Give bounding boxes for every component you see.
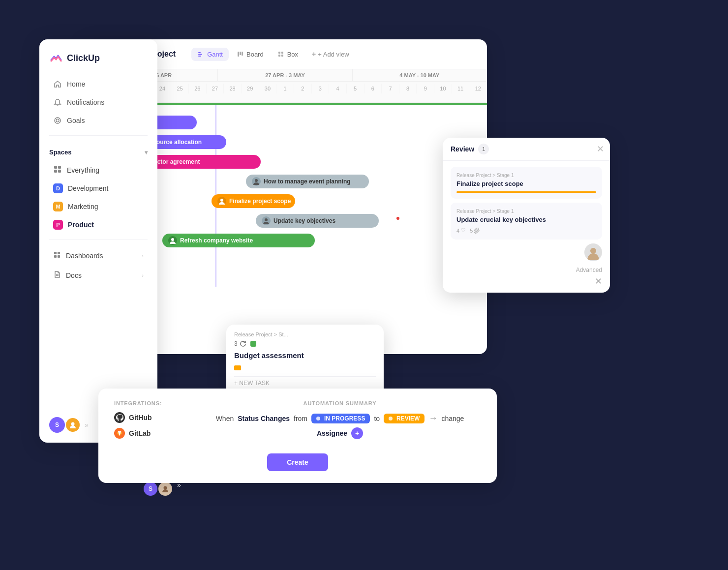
svg-rect-19: [281, 52, 283, 54]
tab-gantt-label: Gantt: [207, 51, 223, 58]
task-1-title: Finalize project scope: [456, 180, 596, 187]
svg-rect-8: [54, 255, 57, 258]
automation-rule: When Status Changes from IN PROGRESS to …: [199, 413, 481, 439]
space-everything[interactable]: Everything: [43, 161, 153, 179]
task-card-1[interactable]: Release Project > Stage 1 Finalize proje…: [451, 167, 602, 199]
gitlab-item[interactable]: GitLab: [114, 428, 183, 439]
rule-when: When: [216, 415, 234, 422]
review-label: REVIEW: [396, 415, 420, 422]
svg-point-25: [255, 179, 258, 182]
goals-label: Goals: [67, 117, 85, 124]
day-4: 4: [329, 84, 347, 93]
tab-gantt[interactable]: Gantt: [191, 48, 229, 61]
sidebar-item-home[interactable]: Home: [43, 75, 153, 93]
sidebar-item-notifications[interactable]: Notifications: [43, 93, 153, 111]
chevron-down-icon: ▾: [145, 149, 148, 156]
svg-rect-3: [58, 166, 61, 169]
automation-top: INTEGRATIONS: GitHub: [114, 400, 481, 444]
sidebar-item-docs[interactable]: Docs ›: [43, 266, 153, 285]
home-icon: [53, 80, 62, 89]
product-label: Product: [68, 221, 94, 229]
board-icon: [237, 51, 243, 58]
sidebar-item-dashboards[interactable]: Dashboards ›: [43, 246, 153, 265]
btc-title: Budget assessment: [234, 351, 376, 360]
sidebar-item-goals[interactable]: Goals: [43, 112, 153, 129]
svg-point-1: [56, 119, 59, 122]
rule-from: from: [294, 415, 307, 422]
day-12: 12: [469, 84, 487, 93]
box-icon: [277, 51, 284, 58]
svg-rect-4: [54, 170, 57, 173]
chevron-right-icon: ›: [142, 253, 144, 259]
create-button[interactable]: Create: [267, 453, 328, 471]
btc-meta: 3: [234, 340, 376, 347]
svg-rect-6: [54, 252, 57, 254]
review-title: Review: [451, 145, 474, 153]
task-card-2[interactable]: Release Project > Stage 1 Update crucial…: [451, 203, 602, 240]
spaces-label: Spaces: [49, 149, 72, 156]
rule-to: to: [374, 415, 380, 422]
tab-box-label: Box: [287, 51, 298, 58]
gitlab-icon: [114, 428, 125, 439]
space-product[interactable]: P Product: [43, 216, 153, 234]
avatar-s: S: [49, 417, 65, 433]
task-2-project: Release Project > Stage 1: [456, 209, 596, 214]
svg-rect-14: [198, 56, 201, 57]
advanced-section: Advanced: [451, 265, 602, 274]
svg-rect-16: [240, 52, 241, 55]
day-1: 1: [276, 84, 294, 93]
svg-rect-9: [58, 255, 60, 258]
integrations-section: INTEGRATIONS: GitHub: [114, 400, 183, 444]
day-9: 9: [417, 84, 434, 93]
svg-rect-2: [54, 166, 57, 169]
tab-box[interactable]: Box: [272, 48, 304, 61]
avatar-icon-4: [252, 177, 261, 186]
gantt-icon: [197, 51, 204, 58]
count-icon: 4: [456, 228, 459, 234]
svg-rect-15: [238, 52, 239, 57]
bar-event[interactable]: How to manage event planning: [246, 175, 369, 188]
space-marketing[interactable]: M Marketing: [43, 198, 153, 215]
bar-website-label: Refresh company website: [180, 237, 253, 244]
add-icon[interactable]: ✕: [595, 276, 602, 287]
task-panel-body: Release Project > Stage 1 Finalize proje…: [443, 161, 610, 293]
gitlab-label: GitLab: [129, 429, 151, 437]
sidebar-divider-1: [49, 135, 148, 136]
development-label: Development: [68, 184, 109, 192]
task-2-title: Update crucial key objectives: [456, 216, 596, 223]
sidebar-logo: ClickUp: [39, 51, 157, 75]
add-view-button[interactable]: + + Add view: [306, 47, 355, 61]
bottom-task-card: Release Project > St... 3 Budget assessm…: [226, 325, 384, 396]
bar-finalize[interactable]: Finalize project scope: [212, 194, 295, 208]
product-badge: P: [53, 220, 63, 230]
svg-rect-7: [58, 252, 60, 254]
bar-website[interactable]: Refresh company website: [162, 234, 315, 247]
day-3: 3: [312, 84, 330, 93]
bar-objectives[interactable]: Update key objectives: [256, 214, 379, 228]
day-29: 29: [242, 84, 259, 93]
home-label: Home: [67, 80, 85, 88]
svg-point-32: [164, 486, 167, 490]
github-label: GitHub: [129, 414, 152, 421]
app-name: ClickUp: [67, 53, 100, 63]
svg-point-26: [220, 199, 223, 202]
docs-icon: [53, 270, 61, 280]
new-task-button[interactable]: + NEW TASK: [234, 376, 376, 390]
add-task-section: ✕: [451, 276, 602, 287]
space-development[interactable]: D Development: [43, 180, 153, 197]
close-icon[interactable]: ✕: [597, 144, 604, 154]
btc-count-num: 3: [234, 340, 238, 347]
tab-board[interactable]: Board: [231, 48, 270, 61]
assignee-text: Assignee: [317, 429, 347, 437]
grid-icon: [53, 165, 62, 175]
avatar-icon-7: [168, 236, 177, 245]
avatar-user-2: [157, 481, 173, 497]
advanced-link[interactable]: Advanced: [576, 267, 602, 273]
day-26: 26: [189, 84, 207, 93]
svg-rect-18: [278, 52, 280, 54]
day-8: 8: [399, 84, 417, 93]
svg-point-10: [71, 422, 75, 426]
btc-flag: [234, 363, 376, 372]
github-item[interactable]: GitHub: [114, 412, 183, 423]
review-badge: REVIEW: [384, 414, 425, 423]
